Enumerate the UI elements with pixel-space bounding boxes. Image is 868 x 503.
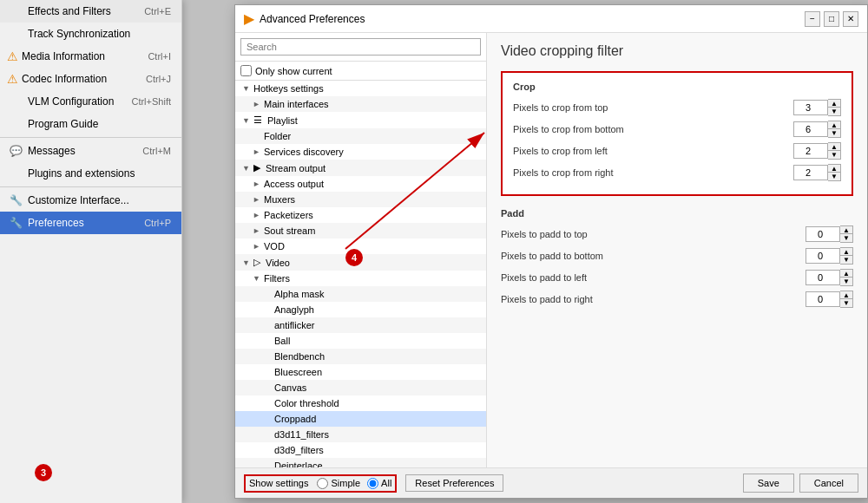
menu-item-effects[interactable]: Effects and Filters Ctrl+E [0,0,181,23]
spin-down[interactable]: ▼ [828,151,840,159]
radio-simple-input[interactable] [317,478,328,489]
spin-up[interactable]: ▲ [840,226,852,234]
tree-item-blendbench[interactable]: Blendbench [235,349,486,364]
padd-bottom-input[interactable]: ▲ ▼ [806,247,853,265]
playlist-icon: ☰ [253,114,262,126]
padd-top-input[interactable]: ▲ ▼ [806,225,853,243]
crop-top-field[interactable] [793,100,828,115]
padd-left-field[interactable] [806,270,840,285]
tree-item-sout-stream[interactable]: ► Sout stream [235,223,486,238]
tree-item-packetizers[interactable]: ► Packetizers [235,207,486,223]
menu-item-media-info[interactable]: ⚠ Media Information Ctrl+I [0,45,181,68]
tree-item-d3d11[interactable]: d3d11_filters [235,427,486,442]
padd-header: Padd [501,208,853,219]
radio-simple[interactable]: Simple [317,478,360,489]
expand-arrow: ► [253,242,261,251]
menu-item-track-sync[interactable]: Track Synchronization [0,23,181,45]
spin-down[interactable]: ▼ [840,278,852,285]
padd-bottom-spinner[interactable]: ▲ ▼ [840,247,853,265]
menu-item-customize[interactable]: 🔧 Customize Interface... [0,189,181,212]
crop-right-spinner[interactable]: ▲ ▼ [828,164,841,181]
tree-item-color-threshold[interactable]: Color threshold [235,395,486,411]
crop-top-spinner[interactable]: ▲ ▼ [828,99,841,116]
spin-down[interactable]: ▼ [828,108,840,115]
padd-top-spinner[interactable]: ▲ ▼ [840,225,853,243]
tree-label: Anaglyph [274,304,314,315]
spin-up[interactable]: ▲ [828,165,840,173]
tree-item-services[interactable]: ► Services discovery [235,144,486,160]
tree-item-folder[interactable]: Folder [235,128,486,144]
menu-item-codec-info[interactable]: ⚠ Codec Information Ctrl+J [0,68,181,90]
maximize-button[interactable]: □ [824,11,839,27]
padd-bottom-field[interactable] [806,248,840,264]
padd-right-field[interactable] [806,291,840,307]
only-current-label: Only show current [255,66,332,76]
radio-all[interactable]: All [367,478,391,489]
menu-item-vlm[interactable]: VLM Configuration Ctrl+Shift [0,90,181,113]
spin-down[interactable]: ▼ [828,173,840,180]
tree-label: Muxers [264,194,295,205]
padd-left-input[interactable]: ▲ ▼ [806,269,853,286]
spin-up[interactable]: ▲ [828,143,840,151]
tree-item-stream-output[interactable]: ▼ ▶ Stream output [235,160,486,176]
crop-bottom-field[interactable] [793,121,828,137]
spin-up[interactable]: ▲ [828,100,840,108]
tree-item-croppadd[interactable]: Croppadd [235,411,486,427]
spin-up[interactable]: ▲ [840,270,852,278]
padd-right-row: Pixels to padd to right ▲ ▼ [501,291,853,308]
radio-all-input[interactable] [367,478,378,489]
crop-left-field[interactable] [793,143,828,159]
tree-item-playlist[interactable]: ▼ ☰ Playlist [235,112,486,128]
padd-right-spinner[interactable]: ▲ ▼ [840,291,853,308]
minimize-button[interactable]: − [805,11,820,27]
tree-item-bluescreen[interactable]: Bluescreen [235,364,486,380]
crop-bottom-input[interactable]: ▲ ▼ [793,121,841,138]
padd-right-input[interactable]: ▲ ▼ [806,291,853,308]
crop-right-field[interactable] [793,165,828,180]
save-button[interactable]: Save [743,474,794,493]
spin-up[interactable]: ▲ [828,121,840,129]
crop-top-input[interactable]: ▲ ▼ [793,99,841,116]
search-input[interactable] [240,38,481,56]
tree-item-antiflicker[interactable]: antiflicker [235,317,486,333]
padd-top-field[interactable] [806,226,840,242]
menu-separator-1 [0,137,181,138]
spin-up[interactable]: ▲ [840,248,852,256]
crop-right-input[interactable]: ▲ ▼ [793,164,841,181]
tree-item-alpha-mask[interactable]: Alpha mask [235,286,486,302]
expand-arrow: ► [253,211,261,219]
padd-left-spinner[interactable]: ▲ ▼ [840,269,853,286]
spin-down[interactable]: ▼ [840,256,852,264]
tree-item-hotkeys[interactable]: ▼ Hotkeys settings [235,81,486,96]
spin-up[interactable]: ▲ [840,291,852,299]
spin-down[interactable]: ▼ [840,299,852,307]
spin-down[interactable]: ▼ [840,234,852,242]
reset-preferences-button[interactable]: Reset Preferences [405,474,503,492]
crop-right-row: Pixels to crop from right ▲ ▼ [513,164,841,181]
only-current-checkbox[interactable] [240,65,252,76]
expand-arrow: ► [253,195,261,204]
menu-item-program-guide[interactable]: Program Guide [0,113,181,135]
close-button[interactable]: ✕ [843,11,858,27]
crop-top-row: Pixels to crop from top ▲ ▼ [513,99,841,116]
tree-item-muxers[interactable]: ► Muxers [235,192,486,207]
tree-label: Packetizers [264,210,313,220]
tree-item-filters[interactable]: ▼ Filters [235,271,486,286]
menu-item-preferences[interactable]: 🔧 Preferences Ctrl+P [0,212,181,234]
crop-bottom-spinner[interactable]: ▲ ▼ [828,121,841,138]
tree-item-deinterlace[interactable]: Deinterlace [235,458,486,467]
tree-item-anaglyph[interactable]: Anaglyph [235,302,486,317]
crop-left-spinner[interactable]: ▲ ▼ [828,142,841,160]
tree-item-access-output[interactable]: ► Access output [235,176,486,192]
tree-item-canvas[interactable]: Canvas [235,380,486,395]
messages-icon: 💬 [7,144,24,158]
spin-down[interactable]: ▼ [828,129,840,137]
tree-item-d3d9[interactable]: d3d9_filters [235,442,486,458]
cancel-button[interactable]: Cancel [799,474,858,493]
crop-left-input[interactable]: ▲ ▼ [793,142,841,160]
tree-item-ball[interactable]: Ball [235,333,486,349]
menu-item-messages[interactable]: 💬 Messages Ctrl+M [0,140,181,162]
menu-item-plugins[interactable]: Plugins and extensions [0,162,181,185]
padd-bottom-row: Pixels to padd to bottom ▲ ▼ [501,247,853,265]
tree-item-main-interfaces[interactable]: ► Main interfaces [235,96,486,112]
